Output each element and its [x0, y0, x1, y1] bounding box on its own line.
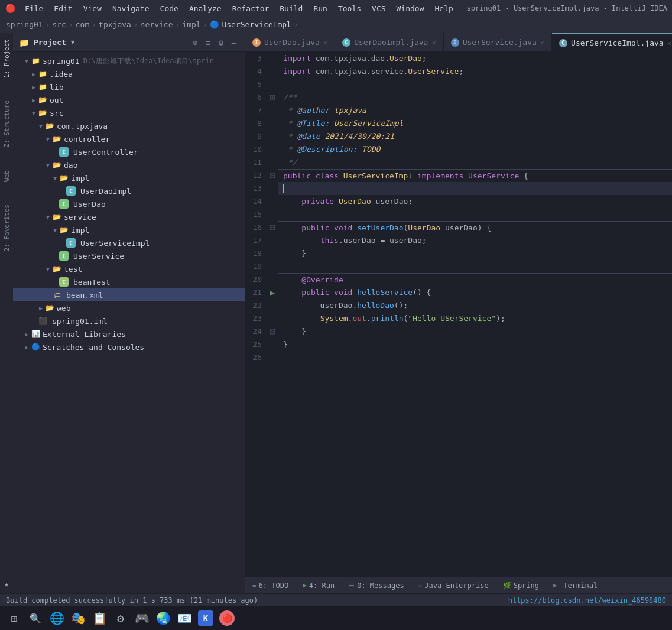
tree-item-userservice[interactable]: I UserService [13, 249, 245, 262]
line-17[interactable]: this.userDao = userDao; [278, 234, 672, 247]
menu-build[interactable]: Build [275, 3, 307, 14]
taskbar-search[interactable]: 🔍 [26, 609, 45, 628]
tab-userservice[interactable]: I UserService.java ✕ [444, 33, 552, 52]
menu-file[interactable]: File [20, 3, 48, 14]
taskbar-email[interactable]: 📧 [175, 609, 194, 628]
tree-item-com[interactable]: ▼ 📂 com.tpxjava [13, 119, 245, 132]
breadcrumb-tpxjava[interactable]: tpxjava [99, 20, 131, 29]
toggle-dao[interactable]: ▼ [44, 162, 52, 168]
close-panel-icon[interactable]: — [229, 38, 239, 47]
tool-terminal[interactable]: ▶_ Terminal [551, 580, 600, 591]
line-23[interactable]: System.out.println("Hello USerService"); [278, 312, 672, 325]
tree-item-beanxml[interactable]: 🏷 bean.xml [13, 288, 245, 301]
menu-navigate[interactable]: Navigate [108, 3, 154, 14]
tree-item-scratches[interactable]: ▶ 🔵 Scratches and Consoles [13, 340, 245, 353]
close-userservice[interactable]: ✕ [540, 38, 544, 47]
line-18[interactable]: } [278, 247, 672, 260]
toggle-service-impl[interactable]: ▼ [51, 227, 59, 233]
toggle-web[interactable]: ▶ [37, 305, 45, 311]
line-5[interactable] [278, 78, 672, 91]
vtab-favorites[interactable]: 2: Favorites [2, 200, 12, 256]
line-13[interactable] [278, 182, 672, 195]
close-userserviceimpl[interactable]: ✕ [667, 39, 671, 47]
toggle-controller[interactable]: ▼ [44, 136, 52, 142]
line-24[interactable]: } [278, 325, 672, 338]
breadcrumb-src[interactable]: src [52, 20, 66, 29]
line-26[interactable] [278, 351, 672, 364]
breadcrumb-service[interactable]: service [141, 20, 173, 29]
tree-item-dao-impl[interactable]: ▼ 📂 impl [13, 171, 245, 184]
vtab-web[interactable]: Web [2, 165, 12, 187]
line-12[interactable]: public class UserServiceImpl implements … [278, 169, 672, 182]
taskbar-app2[interactable]: 📋 [90, 609, 109, 628]
breadcrumb-impl[interactable]: impl [182, 20, 200, 29]
toggle-scratches[interactable]: ▶ [22, 344, 31, 350]
taskbar-intellij[interactable]: 🔴 [217, 609, 236, 628]
tab-userserviceimpl[interactable]: C UserServiceImpl.java ✕ [552, 33, 672, 52]
gutter-6[interactable] [267, 91, 278, 104]
taskbar-settings[interactable]: ⚙️ [111, 609, 130, 628]
tree-item-spring01iml[interactable]: ⬛ spring01.iml [13, 314, 245, 327]
line-14[interactable]: private UserDao userDao; [278, 195, 672, 208]
tree-item-test[interactable]: ▼ 📂 test [13, 262, 245, 275]
line-3[interactable]: import com.tpxjava.dao.UserDao; [278, 52, 672, 65]
tab-userdao[interactable]: I UserDao.java ✕ [245, 33, 335, 52]
collapse-icon[interactable]: ≡ [203, 38, 213, 47]
toggle-lib[interactable]: ▶ [30, 84, 38, 90]
tree-item-web[interactable]: ▶ 📂 web [13, 301, 245, 314]
close-userdaoimpl[interactable]: ✕ [431, 38, 436, 47]
gutter-16[interactable] [267, 221, 278, 234]
tree-item-userdao[interactable]: I UserDao [13, 197, 245, 210]
tool-spring[interactable]: 🌿 Spring [501, 580, 541, 591]
line-10[interactable]: * @Description: TODO [278, 143, 672, 156]
tree-item-spring01[interactable]: ▼ 📁 spring01 D:\唐彭旭下载\Idea\Idea项目\sprin [13, 54, 245, 67]
toggle-out[interactable]: ▶ [30, 97, 38, 103]
taskbar-chrome[interactable]: 🌐 [47, 609, 66, 628]
locate-icon[interactable]: ⊕ [190, 38, 200, 47]
gutter-24[interactable] [267, 325, 278, 338]
tool-messages[interactable]: ☰ 0: Messages [346, 580, 406, 591]
tree-item-controller[interactable]: ▼ 📂 controller [13, 132, 245, 145]
line-16[interactable]: public void setUserDao(UserDao userDao) … [278, 221, 672, 234]
menu-window[interactable]: Window [392, 3, 429, 14]
tree-item-service-impl[interactable]: ▼ 📂 impl [13, 223, 245, 236]
line-22[interactable]: userDao.helloDao(); [278, 299, 672, 312]
menu-view[interactable]: View [79, 3, 106, 14]
menu-refactor[interactable]: Refactor [228, 3, 274, 14]
menu-run[interactable]: Run [309, 3, 332, 14]
line-19[interactable] [278, 260, 672, 273]
line-25[interactable]: } [278, 338, 672, 351]
tree-item-service[interactable]: ▼ 📂 service [13, 210, 245, 223]
tree-item-lib[interactable]: ▶ 📁 lib [13, 80, 245, 93]
breadcrumb-class[interactable]: UserServiceImpl [222, 20, 291, 29]
toggle-extlib[interactable]: ▶ [22, 331, 31, 337]
code-editor[interactable]: import com.tpxjava.dao.UserDao; import c… [278, 52, 672, 577]
line-9[interactable]: * @date 2021/4/30/20:21 [278, 130, 672, 143]
panel-dropdown-icon[interactable]: ▼ [71, 38, 75, 46]
code-content[interactable]: 3 4 5 6 7 8 9 10 11 12 13 14 15 16 17 18… [245, 52, 672, 577]
line-11[interactable]: */ [278, 156, 672, 169]
bookmark-icon[interactable]: ★ [4, 579, 9, 589]
toggle-spring01[interactable]: ▼ [22, 58, 31, 64]
tree-item-userdaoimpl[interactable]: C UserDaoImpl [13, 184, 245, 197]
toggle-test[interactable]: ▼ [44, 266, 52, 272]
line-4[interactable]: import com.tpxjava.service.UserService; [278, 65, 672, 78]
line-15[interactable] [278, 208, 672, 221]
tree-view[interactable]: ▼ 📁 spring01 D:\唐彭旭下载\Idea\Idea项目\sprin … [13, 52, 245, 593]
tool-todo[interactable]: ≡ 6: TODO [250, 580, 291, 591]
toggle-com[interactable]: ▼ [37, 123, 45, 129]
menu-analyze[interactable]: Analyze [184, 3, 226, 14]
line-21[interactable]: public void helloService() { [278, 286, 672, 299]
vtab-structure[interactable]: Z: Structure [2, 96, 12, 152]
tool-run[interactable]: ▶ 4: Run [300, 580, 337, 591]
settings-icon[interactable]: ⚙ [216, 38, 226, 47]
menu-edit[interactable]: Edit [49, 3, 77, 14]
menu-help[interactable]: Help [430, 3, 458, 14]
tree-item-beantest[interactable]: C beanTest [13, 275, 245, 288]
line-8[interactable]: * @Title: UserServiceImpl [278, 117, 672, 130]
tree-item-src[interactable]: ▼ 📂 src [13, 106, 245, 119]
toggle-idea[interactable]: ▶ [30, 71, 38, 77]
toggle-src[interactable]: ▼ [30, 110, 38, 116]
menu-vcs[interactable]: VCS [367, 3, 390, 14]
tree-item-out[interactable]: ▶ 📂 out [13, 93, 245, 106]
